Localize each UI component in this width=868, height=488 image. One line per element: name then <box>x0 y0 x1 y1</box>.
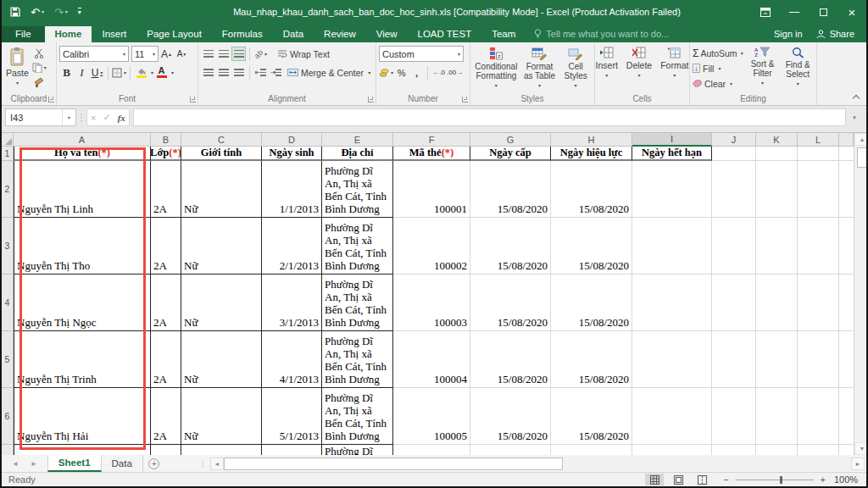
horizontal-scroll-thumb[interactable] <box>224 458 563 470</box>
row-3-empty-cells[interactable] <box>712 218 854 274</box>
cell-G6[interactable]: 15/08/2020 <box>470 388 551 445</box>
insert-cells-button[interactable]: Insert ▾ <box>594 46 620 92</box>
column-header-L[interactable]: L <box>798 133 839 147</box>
view-page-break-button[interactable] <box>693 474 711 485</box>
sheet-nav-right-icon[interactable]: ► <box>31 460 37 468</box>
cell-E1[interactable]: Địa chỉ <box>322 147 393 161</box>
share-button[interactable]: Share <box>816 29 854 39</box>
cell-D4[interactable]: 3/1/2013 <box>262 274 322 331</box>
name-box-dropdown-icon[interactable]: ▾ <box>62 109 75 125</box>
select-all-corner[interactable] <box>2 133 14 147</box>
increase-font-size-button[interactable]: A▲ <box>159 47 174 61</box>
zoom-slider-thumb[interactable] <box>780 476 782 484</box>
cancel-icon[interactable]: × <box>91 113 96 123</box>
tab-review[interactable]: Review <box>314 26 366 42</box>
cell-I3[interactable] <box>632 218 712 274</box>
cell-A1[interactable]: Họ và tên (*) <box>14 147 151 161</box>
autosum-dropdown-icon[interactable]: ▾ <box>741 50 743 56</box>
cell-G5[interactable]: 15/08/2020 <box>470 331 551 388</box>
copy-button[interactable]: ▾ <box>32 60 47 75</box>
font-color-dropdown-icon[interactable]: ▾ <box>171 69 174 75</box>
italic-button[interactable]: I <box>75 65 89 80</box>
cell-H3[interactable]: 15/08/2020 <box>551 218 632 274</box>
cell-A7-partial[interactable] <box>14 445 151 455</box>
cell-D5[interactable]: 4/1/2013 <box>262 331 322 388</box>
row-header-1[interactable]: 1 <box>2 147 14 161</box>
row-2-empty-cells[interactable] <box>712 161 854 218</box>
cell-B1[interactable]: Lớp (*) <box>151 147 181 161</box>
qat-customize-button[interactable]: ▾ <box>78 8 81 16</box>
scroll-up-button[interactable]: ▲ <box>854 133 868 146</box>
merge-center-button[interactable]: Merge & Center ▾ <box>287 65 370 80</box>
align-center-button[interactable] <box>216 65 231 80</box>
align-right-button[interactable] <box>231 65 246 80</box>
column-header-J[interactable]: J <box>712 133 756 147</box>
row-header-4[interactable]: 4 <box>2 274 14 331</box>
format-as-table-button[interactable]: Format as Table ▾ <box>521 46 558 92</box>
cell-C1[interactable]: Giới tính <box>181 147 262 161</box>
alignment-dialog-launcher[interactable] <box>368 97 374 103</box>
cell-B6[interactable]: 2A <box>151 388 181 445</box>
tab-file[interactable]: File <box>2 26 45 42</box>
zoom-slider[interactable] <box>736 480 814 480</box>
cell-A4[interactable]: Nguyễn Thị Ngọc <box>14 274 151 331</box>
zoom-in-button[interactable]: + <box>821 474 826 485</box>
tell-me-box[interactable]: Tell me what you want to do... <box>526 26 677 42</box>
cell-I4[interactable] <box>632 274 712 331</box>
column-header-D[interactable]: D <box>262 133 322 147</box>
tab-scrollbar-splitter[interactable]: ⋮ <box>196 455 210 472</box>
tab-formulas[interactable]: Formulas <box>212 26 273 42</box>
cell-F7-partial[interactable] <box>393 445 470 455</box>
column-header-F[interactable]: F <box>393 133 470 147</box>
cut-button[interactable] <box>32 46 47 60</box>
cell-C6[interactable]: Nữ <box>181 388 262 445</box>
format-painter-button[interactable] <box>32 75 47 89</box>
cell-H6[interactable]: 15/08/2020 <box>551 388 632 445</box>
cell-C5[interactable]: Nữ <box>181 331 262 388</box>
row-header-6[interactable]: 6 <box>2 388 14 445</box>
underline-dropdown-icon[interactable]: ▾ <box>100 69 103 75</box>
scroll-right-button[interactable]: ► <box>851 458 865 470</box>
cell-H1[interactable]: Ngày hiệu lực <box>551 147 632 161</box>
autosum-button[interactable]: ΣAutoSum▾ <box>693 46 743 60</box>
cell-E4[interactable]: Phường Dĩ An, Thị xã Bến Cát, Tỉnh Bình … <box>322 274 393 331</box>
clear-button[interactable]: Clear▾ <box>693 76 743 91</box>
cell-D2[interactable]: 1/1/2013 <box>262 161 322 218</box>
bold-button[interactable]: B <box>59 65 74 80</box>
maximize-button[interactable] <box>809 0 837 24</box>
scroll-down-button[interactable]: ▼ <box>854 442 868 455</box>
undo-button[interactable]: ↶▾ <box>31 7 44 18</box>
zoom-out-button[interactable]: − <box>723 474 728 485</box>
sheet-nav-left-icon[interactable]: ◄ <box>12 460 19 468</box>
cell-G2[interactable]: 15/08/2020 <box>470 161 551 218</box>
cell-G7-partial[interactable] <box>470 445 551 455</box>
view-page-layout-button[interactable] <box>669 474 687 485</box>
cell-E5[interactable]: Phường Dĩ An, Thị xã Bến Cát, Tỉnh Bình … <box>322 331 393 388</box>
number-format-select[interactable]: Custom▾ <box>379 46 464 62</box>
row-header-3[interactable]: 3 <box>2 218 14 274</box>
fill-dropdown-icon[interactable]: ▾ <box>718 65 721 71</box>
cell-C2[interactable]: Nữ <box>181 161 262 218</box>
cell-A3[interactable]: Nguyễn Thị Tho <box>14 218 151 274</box>
fill-button[interactable]: ↓Fill▾ <box>693 61 743 75</box>
expand-formula-bar-button[interactable]: ▾ <box>846 108 863 126</box>
cell-styles-button[interactable]: Cell Styles ▾ <box>559 46 592 92</box>
tab-load-test[interactable]: LOAD TEST <box>408 26 482 42</box>
cell-G4[interactable]: 15/08/2020 <box>470 274 551 331</box>
increase-indent-button[interactable]: ⇥ <box>269 65 283 80</box>
borders-button[interactable]: ▾ <box>112 65 126 80</box>
close-button[interactable]: × <box>837 0 866 24</box>
align-middle-button[interactable] <box>216 47 231 61</box>
comma-style-button[interactable]: , <box>409 65 424 80</box>
cell-E2[interactable]: Phường Dĩ An, Thị xã Bến Cát, Tỉnh Bình … <box>322 161 393 218</box>
clipboard-dialog-launcher[interactable] <box>48 97 54 103</box>
decrease-font-size-button[interactable]: A▼ <box>175 47 189 61</box>
view-normal-button[interactable] <box>645 474 664 485</box>
cell-C3[interactable]: Nữ <box>181 218 262 274</box>
column-header-B[interactable]: B <box>151 133 181 147</box>
format-dropdown-icon[interactable]: ▾ <box>673 71 676 80</box>
column-header-C[interactable]: C <box>181 133 262 147</box>
conditional-formatting-button[interactable]: ≠ Conditional Formatting ▾ <box>473 46 520 92</box>
vertical-scrollbar[interactable]: ▲ ▼ <box>854 133 868 455</box>
row-header-7-partial[interactable] <box>2 445 14 455</box>
